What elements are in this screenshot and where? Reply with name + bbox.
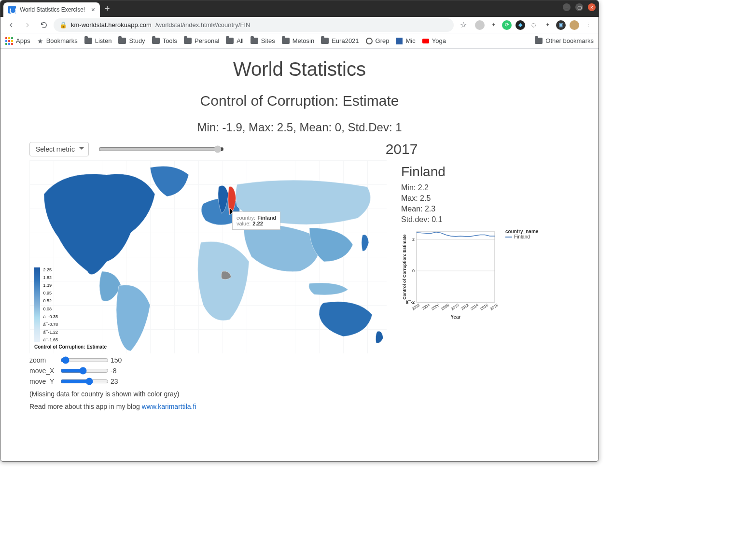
move-x-label: move_X (29, 367, 58, 375)
window-close-icon[interactable]: × (588, 3, 596, 11)
ext-icon-3[interactable]: ⟳ (502, 20, 512, 30)
ext-icon-7[interactable]: ▣ (556, 20, 566, 30)
folder-icon (251, 38, 258, 44)
folder-icon (184, 38, 192, 44)
move-x-value: -8 (111, 367, 116, 375)
nav-reload-icon[interactable] (37, 18, 51, 32)
svg-text:2018: 2018 (489, 303, 499, 311)
new-tab-button[interactable]: + (100, 4, 115, 14)
zoom-value: 150 (111, 356, 122, 364)
svg-text:à¯-2: à¯-2 (406, 300, 415, 305)
year-label: 2017 (234, 141, 570, 157)
bookmark-metosin[interactable]: Metosin (282, 37, 315, 44)
country-line-chart[interactable]: 20à¯-2à¯-2200220042006200820102012201420… (401, 229, 502, 325)
bookmark-study[interactable]: Study (118, 37, 145, 44)
bookmark-label: All (237, 37, 243, 44)
folder-icon (535, 38, 543, 44)
year-slider-wrap (98, 145, 224, 153)
missing-data-note: (Missing data for country is shown with … (29, 390, 387, 398)
world-map[interactable]: country:Finland value:2.22 2.251.821.390… (29, 160, 387, 353)
bookmark-apps[interactable]: Apps (5, 37, 30, 45)
mic-icon (396, 38, 403, 44)
zoom-slider[interactable] (60, 356, 109, 364)
ext-icon-4[interactable]: ◆ (515, 20, 525, 30)
tab-favicon (8, 6, 16, 14)
chart-legend: country_name Finland (505, 229, 538, 239)
bookmark-yoga[interactable]: Yoga (422, 37, 446, 44)
url-domain: km-worldstat.herokuapp.com (71, 21, 152, 28)
controls-row: Select metric 2017 (29, 141, 570, 157)
zoom-label: zoom (29, 356, 58, 364)
bookmark-label: Listen (95, 37, 112, 44)
extension-icons: ✦ ⟳ ◆ ◌ ✦ ▣ ⋮ (473, 20, 595, 30)
svg-text:2016: 2016 (479, 303, 489, 311)
folder-icon (321, 38, 329, 44)
move-y-slider[interactable] (60, 378, 109, 385)
ext-icon-5[interactable]: ◌ (529, 20, 539, 30)
viewport[interactable]: World Statistics Control of Corruption: … (0, 49, 599, 461)
folder-icon (226, 38, 234, 44)
bookmark-label: Yoga (432, 37, 446, 44)
svg-text:2004: 2004 (421, 303, 431, 311)
bookmark-label: Bookmarks (46, 37, 78, 44)
zoom-slider-row: zoom 150 (29, 356, 387, 364)
svg-text:Year: Year (450, 314, 460, 320)
apps-icon (5, 37, 13, 45)
browser-window: World Statistics Exercise! × + – ▢ × 🔒 k… (0, 0, 599, 462)
svg-text:Control of Corruption: Estimat: Control of Corruption: Estimate (402, 235, 407, 300)
bookmark-personal[interactable]: Personal (184, 37, 219, 44)
bookmark-listen[interactable]: Listen (84, 37, 112, 44)
grep-icon (366, 38, 373, 44)
folder-icon (84, 38, 92, 44)
bookmark-sites[interactable]: Sites (251, 37, 275, 44)
move-y-slider-row: move_Y 23 (29, 378, 387, 385)
move-y-value: 23 (111, 378, 118, 385)
bookmark-other[interactable]: Other bookmarks (535, 37, 594, 44)
ext-icon-1[interactable] (475, 20, 485, 30)
move-y-label: move_Y (29, 378, 58, 385)
move-x-slider[interactable] (60, 367, 109, 375)
browser-tab[interactable]: World Statistics Exercise! × (3, 2, 100, 17)
window-maximize-icon[interactable]: ▢ (575, 3, 583, 11)
blog-link[interactable]: www.karimarttila.fi (142, 403, 196, 410)
country-panel: Finland Min: 2.2 Max: 2.5 Mean: 2.3 Std.… (401, 160, 502, 325)
bookmark-eura2021[interactable]: Eura2021 (321, 37, 359, 44)
bookmark-label: Study (129, 37, 145, 44)
nav-back-icon[interactable] (4, 18, 18, 32)
bookmark-all[interactable]: All (226, 37, 243, 44)
bookmark-bookmarks[interactable]: ★Bookmarks (37, 37, 78, 45)
global-stats: Min: -1.9, Max: 2.5, Mean: 0, Std.Dev: 1 (29, 121, 570, 134)
ext-icon-2[interactable]: ✦ (488, 20, 498, 30)
page-title: World Statistics (29, 58, 570, 80)
year-slider[interactable] (98, 145, 224, 153)
country-max: Max: 2.5 (401, 194, 502, 203)
svg-text:2012: 2012 (460, 303, 470, 311)
country-name: Finland (401, 164, 502, 180)
bookmark-label: Mic (405, 37, 415, 44)
bookmark-label: Tools (163, 37, 177, 44)
youtube-icon (422, 39, 429, 43)
kebab-menu-icon[interactable]: ⋮ (583, 20, 593, 30)
svg-text:2006: 2006 (431, 303, 440, 311)
tab-close-icon[interactable]: × (91, 6, 95, 13)
bookmark-mic[interactable]: Mic (396, 37, 415, 44)
bookmark-tools[interactable]: Tools (152, 37, 177, 44)
nav-forward-icon[interactable] (21, 18, 34, 32)
svg-rect-3 (417, 232, 495, 302)
svg-text:0: 0 (412, 268, 415, 273)
bookmark-star-icon[interactable]: ☆ (457, 18, 470, 32)
url-field[interactable]: 🔒 km-worldstat.herokuapp.com/worldstat/i… (54, 18, 454, 32)
map-legend: 2.251.821.390.950.520.08à¯-0.35à¯-0.78à¯… (34, 267, 107, 350)
window-minimize-icon[interactable]: – (563, 3, 571, 11)
svg-text:2008: 2008 (440, 303, 450, 311)
star-icon: ★ (37, 37, 43, 45)
bookmark-grep[interactable]: Grep (366, 37, 390, 44)
titlebar: World Statistics Exercise! × + – ▢ × (0, 0, 599, 17)
url-path: /worldstat/index.html#/country/FIN (155, 21, 251, 28)
blog-note: Read more about this app in my blog www.… (29, 403, 387, 410)
svg-text:2: 2 (412, 237, 415, 242)
extensions-puzzle-icon[interactable]: ✦ (543, 20, 552, 30)
country-mean: Mean: 2.3 (401, 205, 502, 213)
profile-avatar[interactable] (570, 20, 579, 30)
metric-select[interactable]: Select metric (29, 142, 89, 156)
